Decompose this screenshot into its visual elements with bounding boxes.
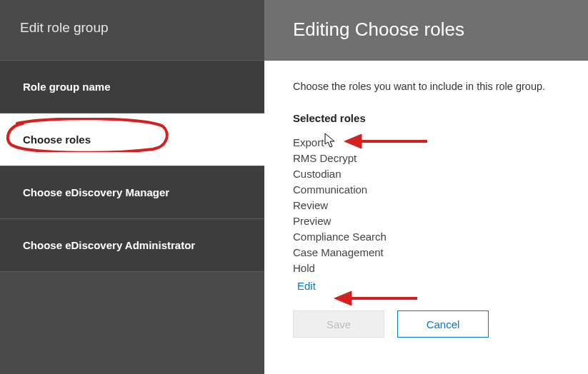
nav-label: Role group name <box>23 81 111 93</box>
role-item: Compliance Search <box>293 228 559 244</box>
nav-role-group-name[interactable]: Role group name <box>0 61 264 113</box>
role-item: Preview <box>293 213 559 228</box>
panel-title: Editing Choose roles <box>264 0 588 61</box>
cancel-button[interactable]: Cancel <box>397 310 489 338</box>
nav-label: Choose eDiscovery Administrator <box>23 239 195 251</box>
panel-body: Choose the roles you want to include in … <box>264 61 588 358</box>
svg-marker-3 <box>334 291 352 305</box>
role-item: Case Management <box>293 244 559 260</box>
edit-roles-link[interactable]: Edit <box>293 276 320 292</box>
save-button: Save <box>293 310 384 338</box>
nav-choose-roles[interactable]: Choose roles <box>0 113 264 166</box>
selected-roles-block: Export RMS Decrypt Custodian Communicati… <box>293 134 559 292</box>
role-item: Hold <box>293 260 559 276</box>
nav-label: Choose roles <box>23 133 91 146</box>
wizard-sidebar: Edit role group Role group name Choose r… <box>0 0 264 374</box>
role-item: RMS Decrypt <box>293 150 559 166</box>
role-item: Communication <box>293 181 559 197</box>
button-row: Save Cancel <box>293 310 559 338</box>
nav-choose-ediscovery-manager[interactable]: Choose eDiscovery Manager <box>0 166 264 219</box>
annotation-arrow-edit <box>333 288 419 308</box>
role-item: Export <box>293 134 559 150</box>
nav-label: Choose eDiscovery Manager <box>23 186 169 198</box>
app-root: Edit role group Role group name Choose r… <box>0 0 588 374</box>
nav-choose-ediscovery-administrator[interactable]: Choose eDiscovery Administrator <box>0 219 264 272</box>
role-item: Review <box>293 197 559 213</box>
main-panel: Editing Choose roles Choose the roles yo… <box>264 0 588 374</box>
panel-intro: Choose the roles you want to include in … <box>293 81 559 92</box>
selected-roles-list: Export RMS Decrypt Custodian Communicati… <box>293 134 559 276</box>
selected-roles-heading: Selected roles <box>293 112 559 124</box>
sidebar-title: Edit role group <box>0 0 264 61</box>
role-item: Custodian <box>293 166 559 181</box>
